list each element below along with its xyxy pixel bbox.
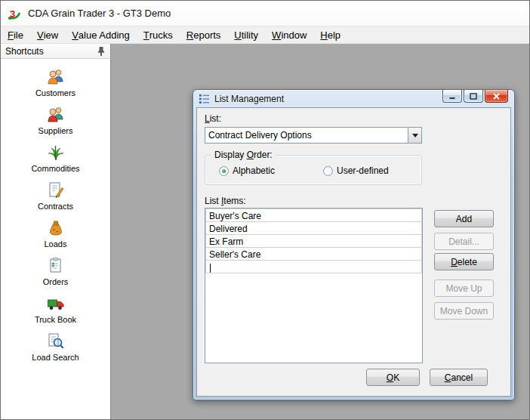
menu-item-file[interactable]: File: [1, 26, 30, 43]
text-caret: [210, 264, 211, 273]
list-item-row[interactable]: Delivered: [205, 221, 422, 235]
menu-item-window[interactable]: Window: [265, 26, 313, 43]
shortcut-label: Customers: [35, 88, 75, 97]
orders-icon: [46, 256, 66, 276]
close-icon: [492, 93, 501, 100]
shortcut-customers[interactable]: Customers: [1, 66, 110, 99]
menu-item-view[interactable]: View: [30, 26, 65, 43]
mdi-client-area: List Management List:: [111, 44, 529, 419]
menu-item-reports[interactable]: Reports: [180, 26, 228, 43]
combobox-value: Contract Delivery Options: [205, 128, 408, 143]
cancel-button[interactable]: Cancel: [430, 369, 488, 386]
list-item-row[interactable]: Seller's Care: [205, 247, 422, 261]
minimize-icon: [448, 93, 456, 100]
shortcut-label: Loads: [45, 239, 67, 249]
dialog-title: List Management: [214, 94, 284, 104]
list-label: List:: [205, 113, 221, 124]
sidebar-header: Shortcuts: [1, 44, 110, 59]
shortcut-orders[interactable]: Orders: [1, 255, 110, 288]
radio-label: Alphabetic: [233, 165, 275, 176]
window-title: CDA Grain Trader 3 - GT3 Demo: [28, 8, 171, 19]
radio-button[interactable]: [219, 166, 229, 176]
application-window: 3 CDA Grain Trader 3 - GT3 Demo File Vie…: [0, 0, 530, 420]
radio-alphabetic[interactable]: Alphabetic: [219, 165, 275, 176]
shortcut-suppliers[interactable]: Suppliers: [1, 103, 110, 137]
menu-item-value-adding[interactable]: Value Adding: [65, 26, 137, 43]
shortcut-label: Truck Book: [35, 315, 76, 324]
list-combobox[interactable]: Contract Delivery Options: [205, 127, 422, 144]
shortcut-label: Load Search: [32, 353, 79, 362]
shortcut-list: Customers Suppliers: [1, 59, 110, 368]
shortcut-label: Contracts: [38, 202, 73, 211]
close-button[interactable]: [485, 90, 508, 103]
detail-button: Detail...: [434, 233, 494, 250]
shortcut-label: Orders: [43, 277, 69, 286]
suppliers-icon: [46, 105, 66, 125]
maximize-icon: [470, 93, 477, 100]
list-item-row[interactable]: Buyer's Care: [205, 208, 422, 222]
move-up-button: Move Up: [434, 279, 494, 297]
add-button[interactable]: Add: [434, 210, 494, 227]
radio-button[interactable]: [323, 166, 333, 176]
contracts-icon: [46, 181, 66, 200]
radio-user-defined[interactable]: User-defined: [323, 165, 389, 176]
list-management-dialog: List Management List:: [193, 89, 515, 400]
menu-item-trucks[interactable]: Trucks: [137, 26, 180, 43]
truck-book-icon: [46, 294, 66, 313]
workspace: Shortcuts Customers: [1, 44, 529, 419]
combobox-arrow-button[interactable]: [408, 128, 421, 143]
sidebar-shortcuts: Shortcuts Customers: [1, 44, 111, 419]
load-search-icon: [46, 332, 66, 351]
shortcut-load-search[interactable]: Load Search: [1, 330, 110, 363]
minimize-button[interactable]: [442, 90, 462, 103]
shortcut-contracts[interactable]: Contracts: [1, 179, 110, 212]
pin-icon[interactable]: [96, 46, 106, 57]
menu-item-help[interactable]: Help: [313, 26, 347, 43]
display-order-label: Display Order:: [211, 150, 276, 160]
ok-button[interactable]: OK: [366, 369, 420, 386]
move-down-button: Move Down: [434, 302, 494, 320]
shortcut-truck-book[interactable]: Truck Book: [1, 292, 110, 326]
shortcut-commodities[interactable]: Commodities: [1, 141, 110, 174]
sidebar-title: Shortcuts: [5, 46, 44, 57]
dialog-client: List: Contract Delivery Options Display …: [196, 107, 511, 397]
window-titlebar[interactable]: 3 CDA Grain Trader 3 - GT3 Demo: [1, 1, 529, 26]
customers-icon: [46, 67, 66, 87]
shortcut-loads[interactable]: Loads: [1, 217, 110, 250]
shortcut-label: Commodities: [31, 164, 79, 173]
menu-item-utility[interactable]: Utility: [227, 26, 265, 43]
list-management-icon: [199, 93, 210, 104]
gt3-logo-icon: 3: [7, 6, 22, 21]
radio-label: User-defined: [337, 165, 389, 176]
list-items-box[interactable]: Buyer's Care Delivered Ex Farm Seller's …: [205, 208, 423, 363]
chevron-down-icon: [412, 134, 418, 137]
list-item-row-edit[interactable]: [205, 260, 422, 273]
maximize-button[interactable]: [464, 90, 483, 103]
menubar: File View Value Adding Trucks Reports Ut…: [1, 26, 529, 44]
loads-icon: [46, 218, 66, 238]
shortcut-label: Suppliers: [39, 126, 73, 135]
list-items-label: List Items:: [205, 196, 246, 206]
display-order-groupbox: Display Order: Alphabetic User-defined: [205, 155, 422, 185]
list-item-row[interactable]: Ex Farm: [205, 234, 422, 248]
commodities-icon: [46, 143, 66, 162]
caption-buttons: [441, 90, 508, 103]
delete-button[interactable]: Delete: [434, 253, 494, 270]
